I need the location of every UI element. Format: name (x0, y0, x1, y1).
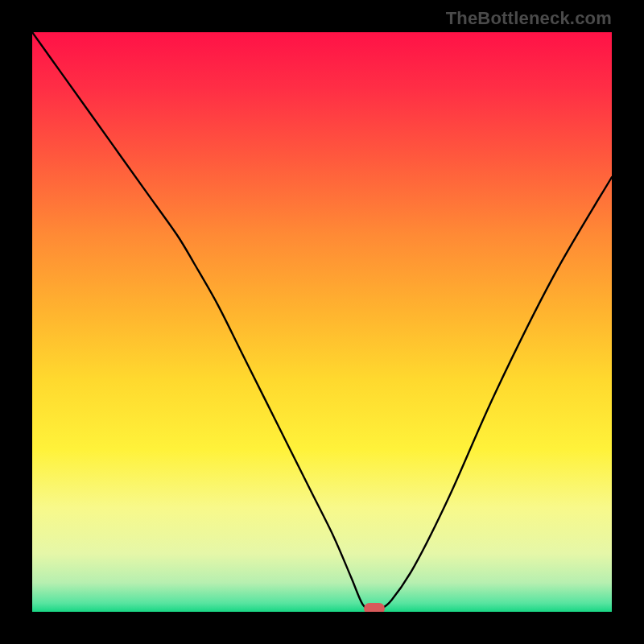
minimum-marker (364, 603, 385, 612)
bottleneck-curve (32, 32, 612, 609)
watermark-text: TheBottleneck.com (446, 8, 612, 29)
